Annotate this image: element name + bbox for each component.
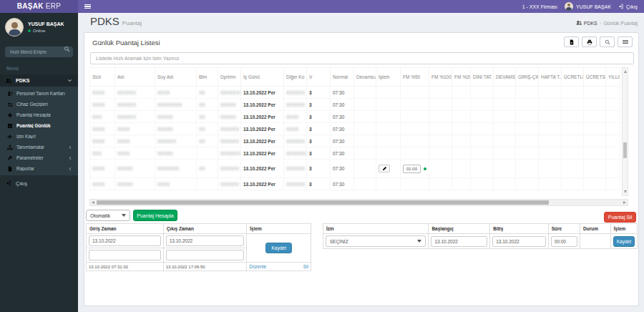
column-header[interactable]: GİRİŞ-ÇIK <box>516 68 539 87</box>
col-durum: Durum <box>580 224 611 234</box>
logged-exit-time: 13.10.2022 17:06:50 <box>163 263 247 271</box>
sidebar-search-input[interactable] <box>5 47 73 57</box>
column-header[interactable]: Diğer Ko <box>284 68 307 87</box>
column-header[interactable]: DİNİ TAT. <box>471 68 494 87</box>
sidebar-item-puantaj-gunluk[interactable]: Puantaj Günlük <box>0 120 78 131</box>
column-header[interactable]: ÜCRETSİZ <box>584 68 606 87</box>
column-header[interactable]: İşlem <box>376 68 401 87</box>
user-status: Online <box>28 29 64 33</box>
overtime-50-input[interactable] <box>403 165 421 173</box>
edit-link[interactable]: Düzenle <box>249 264 266 269</box>
exit-time-input-2[interactable] <box>166 250 245 260</box>
scroll-left-arrow[interactable] <box>92 201 94 204</box>
columns-button[interactable] <box>618 36 633 47</box>
vertical-scroll-thumb[interactable] <box>623 142 627 158</box>
navbar-logout-button[interactable]: Çıkış <box>618 4 638 9</box>
page-subtitle: Puantaj <box>122 20 142 26</box>
panel-title: Günlük Puantaj Listesi <box>92 39 160 47</box>
edit-row-button[interactable] <box>379 165 390 172</box>
leave-type-select[interactable]: SEÇİNİZ <box>326 235 426 247</box>
sidebar-item-tanimlamalar[interactable]: Tanımlamalar <box>0 142 78 152</box>
users-icon <box>6 78 11 84</box>
timesheet-table-viewport: SicilAdıSoy AdıBlmDprtmnİş GünüDiğer KoV… <box>89 67 622 196</box>
export-button[interactable] <box>564 36 579 47</box>
sidebar-item-raporlar[interactable]: Raporlar <box>0 163 78 174</box>
table-row[interactable]: XXXXXXXXXXXXXXXXXXXXXXX13.10.2022 PerXXX… <box>90 87 620 99</box>
exchange-icon <box>7 102 13 107</box>
column-header[interactable]: Sicil <box>90 68 115 87</box>
column-header[interactable]: Blm <box>197 68 218 87</box>
app-logo[interactable]: BAŞAK ERP <box>0 0 78 13</box>
col-sure: Süre <box>548 224 580 234</box>
col-izin: İzin <box>323 224 429 234</box>
column-header[interactable]: Dprtmn <box>218 68 241 87</box>
table-row[interactable]: XXXXXXXXXXXXXXXXXXX13.10.2022 PerXXXXXXX… <box>90 147 620 160</box>
panel-toolbar <box>564 36 633 47</box>
top-navbar: 1 - XXX Firması YUSUF BAŞAK Çıkış <box>78 0 644 13</box>
column-header[interactable]: DEVAMSIZ <box>494 68 516 87</box>
sidebar-item-logout[interactable]: Çıkış <box>0 177 78 189</box>
column-header[interactable]: Normal <box>331 68 354 87</box>
mode-select[interactable]: Otomatik <box>86 210 130 221</box>
column-header[interactable]: FM %200 <box>452 68 471 87</box>
column-header[interactable]: FM %50 <box>401 68 429 87</box>
col-giris-zaman: Giriş Zaman <box>87 224 164 234</box>
sidebar-item-personel-tanim-kartlari[interactable]: Personel Tanım Kartları <box>0 88 78 99</box>
sidebar-section-label: Menü <box>0 57 78 74</box>
scroll-up-arrow[interactable] <box>624 70 627 73</box>
horizontal-scroll-thumb[interactable] <box>97 200 549 205</box>
chevron-down-icon <box>67 78 72 83</box>
column-header[interactable]: Devamsız <box>354 68 376 87</box>
entry-time-input[interactable] <box>89 235 161 246</box>
column-header[interactable]: HAFTA T. <box>539 68 562 87</box>
table-row[interactable]: XXXXXXXXXXXXXXXXXXXXXXXX13.10.2022 PerXX… <box>90 160 620 178</box>
leave-duration-input[interactable] <box>551 236 577 247</box>
company-label[interactable]: 1 - XXX Firması <box>522 4 557 9</box>
table-row[interactable]: XXXXXXXXXXXXXXXXXXXXX13.10.2022 PerXXXX3… <box>90 111 620 123</box>
sidebar-item-cihaz-gecisleri[interactable]: Cihaz Geçişleri <box>0 99 78 109</box>
sitemap-icon <box>7 145 13 150</box>
sidebar-item-pdks[interactable]: PDKS <box>0 74 78 87</box>
daily-timesheet-panel: Günlük Puantaj Listesi SicilAdıSoy AdıBl… <box>84 32 639 306</box>
search-icon[interactable] <box>64 46 70 52</box>
save-entry-button[interactable]: Kaydet <box>265 243 291 253</box>
calculate-timesheet-button[interactable]: Puantaj Hesapla <box>133 210 177 221</box>
horizontal-scrollbar[interactable] <box>89 199 628 206</box>
print-button[interactable] <box>582 36 597 47</box>
scroll-right-arrow[interactable] <box>623 201 626 204</box>
table-row[interactable]: XXXXXXXXXXXXXXXXXXX13.10.2022 PerXXXXXX3… <box>90 178 620 190</box>
scroll-down-arrow[interactable] <box>624 190 627 193</box>
sidebar-item-izin-kayit[interactable]: İzin Kayıt <box>0 131 78 142</box>
vertical-scrollbar[interactable] <box>622 67 628 196</box>
table-quick-search-input[interactable] <box>90 52 634 64</box>
delete-link[interactable]: Sil <box>303 264 308 269</box>
sidebar: BAŞAK ERP YUSUF BAŞAK Online Menü PDKS P… <box>0 0 78 312</box>
entry-time-input-2[interactable] <box>89 250 161 260</box>
column-header[interactable]: ÜCRETLİ <box>562 68 584 87</box>
table-row[interactable]: XXXXXXXXXXXXXXXXXXXXX13.10.2022 PerXXXX3… <box>90 123 620 135</box>
table-row[interactable]: XXXXXXXXXXXXXXXXXXXXXXXXX13.10.2022 PerX… <box>90 99 620 111</box>
sidebar-toggle-button[interactable] <box>78 0 97 13</box>
search-button[interactable] <box>600 36 615 47</box>
column-header[interactable]: V <box>307 68 331 87</box>
timesheet-table: SicilAdıSoy AdıBlmDprtmnİş GünüDiğer KoV… <box>89 67 620 190</box>
leave-table: İzin Başlangıç Bitiş Süre Durum İşlem SE… <box>323 223 638 249</box>
column-header[interactable]: Soy Adı <box>155 68 197 87</box>
column-header[interactable]: FM %100 <box>429 68 452 87</box>
col-baslangic: Başlangıç <box>429 224 490 234</box>
leave-start-input[interactable] <box>431 236 487 247</box>
breadcrumb-pdks[interactable]: PDKS <box>584 21 597 26</box>
sidebar-item-parametreler[interactable]: Parametreler <box>0 152 78 163</box>
table-row[interactable]: XXXXXXXXXXXXXXXXXXXXXX13.10.2022 PerXXXX… <box>90 135 620 147</box>
column-header[interactable]: YILLIK <box>606 68 620 87</box>
column-header[interactable]: İş Günü <box>241 68 284 87</box>
sidebar-item-puantaj-hesapla[interactable]: Puantaj Hesapla <box>0 109 78 120</box>
column-header[interactable]: Adı <box>115 68 155 87</box>
save-leave-button[interactable]: Kaydet <box>613 236 635 247</box>
navbar-user[interactable]: YUSUF BAŞAK <box>565 2 611 11</box>
sidebar-user-panel: YUSUF BAŞAK Online <box>0 13 78 41</box>
exit-time-input[interactable] <box>166 235 245 246</box>
delete-timesheet-button[interactable]: Puantaj Sil <box>604 212 636 223</box>
gears-icon <box>7 112 13 118</box>
leave-end-input[interactable] <box>492 236 545 247</box>
